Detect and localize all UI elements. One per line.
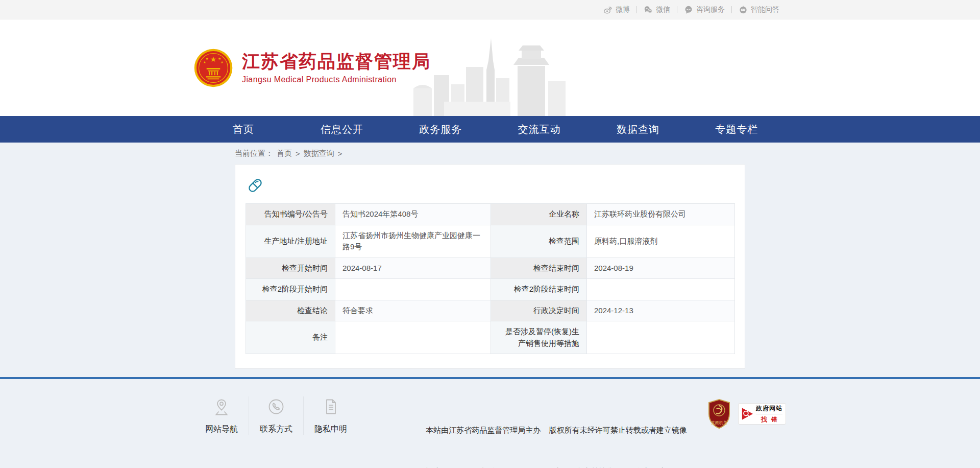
- pill-icon: [247, 177, 264, 194]
- weibo-label: 微博: [616, 5, 630, 14]
- field-value: [587, 321, 735, 354]
- field-value: [587, 279, 735, 300]
- consult-service-link[interactable]: 咨询服务: [677, 5, 731, 14]
- footer-line-host: 本站由江苏省药品监督管理局主办 版权所有未经许可禁止转载或者建立镜像: [413, 423, 700, 437]
- smart-qa-link[interactable]: 智能问答: [732, 5, 786, 14]
- contact-label: 联系方式: [260, 424, 292, 435]
- site-title-block: 江苏省药品监督管理局 Jiangsu Medical Products Admi…: [242, 51, 431, 84]
- field-label: 是否涉及暂停(恢复)生产销售使用等措施: [491, 321, 587, 354]
- field-value: 2024-08-19: [587, 258, 735, 279]
- field-value: 2024-08-17: [335, 258, 491, 279]
- city-skyline-illustration: [413, 38, 572, 116]
- robot-icon: [739, 5, 748, 14]
- consult-service-label: 咨询服务: [696, 5, 725, 14]
- table-row: 检查2阶段开始时间 检查2阶段结束时间: [246, 279, 735, 300]
- field-label: 告知书编号/公告号: [246, 204, 335, 225]
- table-row: 备注 是否涉及暂停(恢复)生产销售使用等措施: [246, 321, 735, 354]
- field-value: 江苏联环药业股份有限公司: [587, 204, 735, 225]
- field-label: 行政决定时间: [491, 300, 587, 321]
- field-value: [335, 279, 491, 300]
- field-label: 检查范围: [491, 225, 587, 258]
- footer-legal-text: 本站由江苏省药品监督管理局主办 版权所有未经许可禁止转载或者建立镜像 邮编：21…: [413, 395, 700, 468]
- footer-line-contact: 邮编：210008 电话：83273610 地址：南京市鼓楼街5号 政府网站标识…: [413, 464, 700, 468]
- privacy-link[interactable]: 隐私申明: [304, 396, 358, 435]
- phone-icon: [266, 410, 286, 418]
- field-value: [335, 321, 491, 354]
- nav-item-data-query[interactable]: 数据查询: [589, 116, 687, 143]
- field-value: 告知书2024年第408号: [335, 204, 491, 225]
- find-error-divider: [756, 414, 782, 414]
- find-error-action: 找错: [761, 415, 781, 424]
- nav-item-interaction[interactable]: 交流互动: [490, 116, 589, 143]
- table-row: 告知书编号/公告号 告知书2024年第408号 企业名称 江苏联环药业股份有限公…: [246, 204, 735, 225]
- breadcrumb-home-link[interactable]: 首页: [277, 149, 292, 158]
- svg-text:党政机关: 党政机关: [711, 420, 727, 425]
- table-row: 检查开始时间 2024-08-17 检查结束时间 2024-08-19: [246, 258, 735, 279]
- table-row: 检查结论 符合要求 行政决定时间 2024-12-13: [246, 300, 735, 321]
- site-map-link[interactable]: 网站导航: [194, 396, 249, 435]
- svg-text:★: ★: [210, 55, 217, 63]
- contact-link[interactable]: 联系方式: [249, 396, 304, 435]
- breadcrumb-separator: >: [338, 149, 342, 158]
- breadcrumb: 当前位置： 首页 > 数据查询 >: [235, 143, 745, 164]
- main-nav: 首页 信息公开 政务服务 交流互动 数据查询 专题专栏: [0, 116, 980, 143]
- breadcrumb-prefix: 当前位置：: [235, 149, 273, 158]
- find-error-magnifier-icon: [742, 406, 753, 422]
- field-label: 生产地址/注册地址: [246, 225, 335, 258]
- field-value: 江苏省扬州市扬州生物健康产业园健康一路9号: [335, 225, 491, 258]
- field-value: 2024-12-13: [587, 300, 735, 321]
- field-label: 检查2阶段结束时间: [491, 279, 587, 300]
- field-label: 检查结论: [246, 300, 335, 321]
- national-emblem-logo: ★ ★ ★ ★ ★: [194, 49, 233, 87]
- wechat-link[interactable]: 微信: [637, 5, 677, 14]
- field-value: 原料药,口服溶液剂: [587, 225, 735, 258]
- field-label: 检查2阶段开始时间: [246, 279, 335, 300]
- find-error-title: 政府网站: [756, 404, 782, 413]
- nav-item-home[interactable]: 首页: [194, 116, 292, 143]
- chat-bubble-icon: [684, 5, 693, 14]
- nav-item-info-disclosure[interactable]: 信息公开: [292, 116, 391, 143]
- footer-badges: 党政机关 政府网站 找错: [707, 399, 786, 429]
- find-error-text-block: 政府网站 找错: [756, 404, 782, 424]
- site-header: ★ ★ ★ ★ ★ 江苏省药品监督管理局 Jiangsu Medical Pro…: [0, 19, 980, 116]
- breadcrumb-band: 当前位置： 首页 > 数据查询 >: [0, 143, 980, 164]
- field-label: 检查结束时间: [491, 258, 587, 279]
- top-utility-bar: 微博 微信 咨询服务 智能问答: [0, 0, 980, 19]
- nav-item-gov-services[interactable]: 政务服务: [391, 116, 490, 143]
- svg-text:★: ★: [203, 60, 206, 63]
- gov-site-find-error-badge[interactable]: 政府网站 找错: [738, 403, 786, 425]
- svg-text:★: ★: [220, 60, 224, 63]
- smart-qa-label: 智能问答: [751, 5, 779, 14]
- field-label: 备注: [246, 321, 335, 354]
- party-gov-shield-badge[interactable]: 党政机关: [707, 399, 731, 429]
- weibo-link[interactable]: 微博: [597, 5, 636, 14]
- footer-quick-links: 网站导航 联系方式: [194, 396, 358, 435]
- site-subtitle: Jiangsu Medical Products Administration: [242, 75, 431, 84]
- inspection-detail-table: 告知书编号/公告号 告知书2024年第408号 企业名称 江苏联环药业股份有限公…: [246, 203, 735, 354]
- weibo-icon: [603, 5, 612, 14]
- map-pin-icon: [211, 410, 232, 418]
- site-title: 江苏省药品监督管理局: [242, 51, 431, 72]
- site-map-label: 网站导航: [205, 424, 238, 435]
- nav-item-special-topics[interactable]: 专题专栏: [688, 116, 786, 143]
- document-icon: [321, 410, 341, 418]
- site-footer: 网站导航 联系方式: [0, 377, 980, 468]
- privacy-label: 隐私申明: [314, 424, 347, 435]
- table-row: 生产地址/注册地址 江苏省扬州市扬州生物健康产业园健康一路9号 检查范围 原料药…: [246, 225, 735, 258]
- field-label: 检查开始时间: [246, 258, 335, 279]
- field-value: 符合要求: [335, 300, 491, 321]
- inspection-detail-card: 告知书编号/公告号 告知书2024年第408号 企业名称 江苏联环药业股份有限公…: [235, 164, 745, 369]
- breadcrumb-separator: >: [296, 149, 300, 158]
- breadcrumb-section-link[interactable]: 数据查询: [304, 149, 334, 158]
- wechat-label: 微信: [656, 5, 670, 14]
- wechat-icon: [644, 5, 653, 14]
- field-label: 企业名称: [491, 204, 587, 225]
